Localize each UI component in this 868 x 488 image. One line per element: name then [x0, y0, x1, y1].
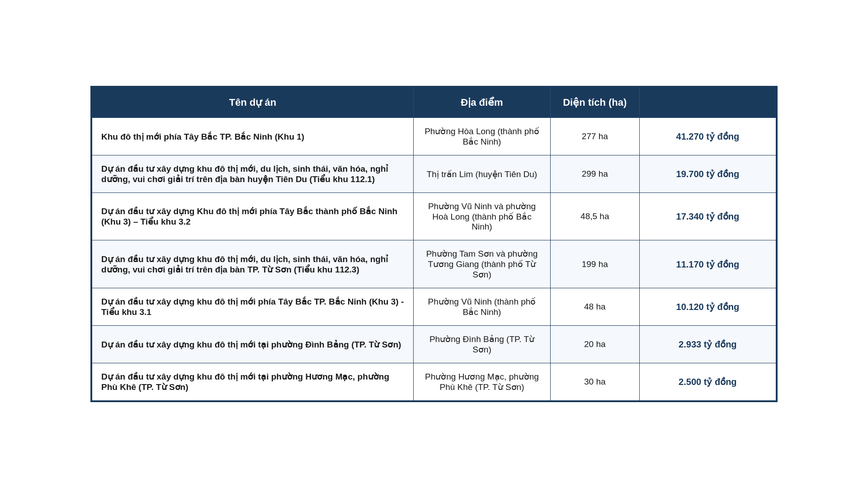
cell-project-name: Dự án đầu tư xây dựng Khu đô thị mới phí… — [92, 193, 414, 240]
cell-location: Phường Tam Sơn và phường Tương Giang (th… — [414, 240, 551, 288]
cell-area: 30 ha — [550, 363, 639, 401]
cell-project-name: Dự án đầu tư xây dựng khu đô thị mới tại… — [92, 363, 414, 401]
cell-location: Phường Vũ Ninh (thành phố Bắc Ninh) — [414, 288, 551, 326]
cell-project-name: Dự án đầu tư xây dựng khu đô thị mới, du… — [92, 155, 414, 193]
table-row: Dự án đầu tư xây dựng khu đô thị mới tại… — [92, 363, 776, 401]
table-row: Dự án đầu tư xây dựng khu đô thị mới phí… — [92, 288, 776, 326]
header-area: Diện tích (ha) — [550, 87, 639, 118]
table-row: Khu đô thị mới phía Tây Bắc TP. Bắc Ninh… — [92, 118, 776, 155]
cell-area: 299 ha — [550, 155, 639, 193]
cell-investment: 2.500 tỷ đồng — [639, 363, 776, 401]
cell-investment: 41.270 tỷ đồng — [639, 118, 776, 155]
table-row: Dự án đầu tư xây dựng Khu đô thị mới phí… — [92, 193, 776, 240]
table-row: Dự án đầu tư xây dựng khu đô thị mới tại… — [92, 326, 776, 363]
table-header-row: Tên dự án Địa điểm Diện tích (ha) Tổng v… — [92, 87, 776, 118]
cell-project-name: Dự án đầu tư xây dựng khu đô thị mới phí… — [92, 288, 414, 326]
main-table-container: Tên dự án Địa điểm Diện tích (ha) Tổng v… — [90, 86, 778, 402]
cell-area: 48 ha — [550, 288, 639, 326]
projects-table: Tên dự án Địa điểm Diện tích (ha) Tổng v… — [91, 87, 777, 401]
cell-location: Phường Đình Bảng (TP. Từ Sơn) — [414, 326, 551, 363]
table-row: Dự án đầu tư xây dựng khu đô thị mới, du… — [92, 155, 776, 193]
cell-location: Phường Vũ Ninh và phường Hoà Long (thành… — [414, 193, 551, 240]
cell-project-name: Dự án đầu tư xây dựng khu đô thị mới, du… — [92, 240, 414, 288]
header-investment: Tổng vốn đầu tư (tỷ đồng) — [639, 87, 776, 118]
header-name: Tên dự án — [92, 87, 414, 118]
table-row: Dự án đầu tư xây dựng khu đô thị mới, du… — [92, 240, 776, 288]
cell-area: 199 ha — [550, 240, 639, 288]
table-body: Khu đô thị mới phía Tây Bắc TP. Bắc Ninh… — [92, 118, 776, 401]
cell-location: Phường Hương Mạc, phường Phù Khê (TP. Từ… — [414, 363, 551, 401]
cell-investment: 2.933 tỷ đồng — [639, 326, 776, 363]
cell-area: 48,5 ha — [550, 193, 639, 240]
cell-location: Thị trấn Lim (huyện Tiên Du) — [414, 155, 551, 193]
cell-investment: 17.340 tỷ đồng — [639, 193, 776, 240]
cell-location: Phường Hòa Long (thành phố Bắc Ninh) — [414, 118, 551, 155]
cell-area: 20 ha — [550, 326, 639, 363]
cell-investment: 10.120 tỷ đồng — [639, 288, 776, 326]
cell-area: 277 ha — [550, 118, 639, 155]
header-location: Địa điểm — [414, 87, 551, 118]
cell-project-name: Khu đô thị mới phía Tây Bắc TP. Bắc Ninh… — [92, 118, 414, 155]
cell-investment: 11.170 tỷ đồng — [639, 240, 776, 288]
cell-investment: 19.700 tỷ đồng — [639, 155, 776, 193]
cell-project-name: Dự án đầu tư xây dựng khu đô thị mới tại… — [92, 326, 414, 363]
